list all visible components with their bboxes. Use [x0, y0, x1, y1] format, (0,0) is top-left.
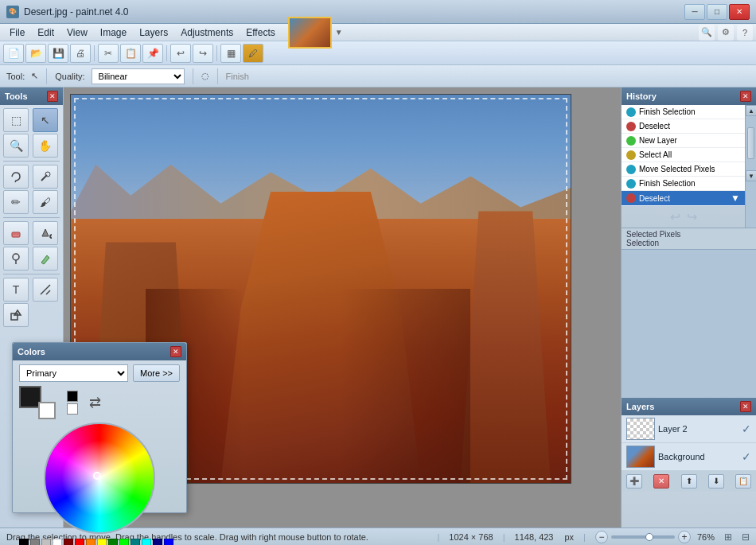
- paintbrush-tool[interactable]: 🖌: [33, 190, 58, 214]
- swap-colors-icon[interactable]: ⇄: [89, 394, 101, 411]
- maximize-button[interactable]: □: [707, 4, 727, 20]
- menu-image[interactable]: Image: [94, 25, 133, 41]
- layer-item-2[interactable]: Layer 2 ✓: [622, 415, 756, 443]
- zoom-out-button[interactable]: −: [595, 531, 608, 543]
- actual-size-icon[interactable]: ⊟: [742, 531, 750, 543]
- menu-adjustments[interactable]: Adjustments: [174, 25, 240, 41]
- image-thumbnail[interactable]: [288, 17, 332, 49]
- history-panel-close[interactable]: ✕: [740, 91, 751, 102]
- history-item-label: Deselect: [639, 194, 670, 203]
- menu-effects[interactable]: Effects: [240, 25, 281, 41]
- line-tool[interactable]: [33, 278, 58, 302]
- zoom-tool[interactable]: 🔍: [3, 134, 29, 158]
- palette-darkred[interactable]: [64, 539, 73, 545]
- palette-teal[interactable]: [131, 539, 140, 545]
- quality-select[interactable]: Bilinear Bicubic Nearest Neighbor: [92, 68, 185, 84]
- palette-orange[interactable]: [86, 539, 95, 545]
- layers-panel-close[interactable]: ✕: [740, 401, 751, 412]
- scroll-up-arrow[interactable]: ▲: [746, 105, 756, 116]
- layer-2-visibility[interactable]: ✓: [742, 422, 751, 435]
- history-item-new-layer[interactable]: New Layer: [622, 134, 745, 148]
- history-item-finish-selection[interactable]: Finish Selection: [622, 105, 745, 119]
- secondary-color-swatch[interactable]: [38, 402, 56, 419]
- history-scrollbar[interactable]: ▲ ▼: [745, 105, 756, 228]
- lasso-tool[interactable]: [3, 165, 29, 189]
- pencil-tool[interactable]: ✏: [3, 190, 29, 214]
- scrollbar-thumb[interactable]: [747, 127, 754, 159]
- settings-icon[interactable]: ⚙: [718, 25, 734, 41]
- print-button[interactable]: 🖨: [70, 44, 91, 63]
- history-scroll-area[interactable]: Finish Selection Deselect New Layer: [622, 105, 745, 206]
- new-file-button[interactable]: 📄: [3, 44, 24, 63]
- open-file-button[interactable]: 📂: [25, 44, 46, 63]
- swatch-mini-secondary[interactable]: [67, 403, 78, 415]
- palette-silver[interactable]: [41, 539, 51, 545]
- redo-button[interactable]: ↪: [193, 44, 213, 63]
- paintbucket-button[interactable]: 🖊: [243, 44, 263, 63]
- paste-button[interactable]: 📌: [142, 44, 163, 63]
- delete-layer-button[interactable]: ✕: [653, 474, 669, 489]
- history-item-move-selected[interactable]: Move Selected Pixels: [622, 162, 745, 177]
- search-icon[interactable]: 🔍: [699, 25, 715, 41]
- save-file-button[interactable]: 💾: [48, 44, 68, 63]
- menu-layers[interactable]: Layers: [133, 25, 174, 41]
- text-tool[interactable]: T: [3, 278, 29, 302]
- history-item-deselect-2[interactable]: Deselect ▼: [622, 191, 745, 206]
- zoom-slider-thumb[interactable]: [645, 533, 653, 541]
- palette-blue[interactable]: [164, 539, 173, 545]
- quality-dropdown[interactable]: Bilinear Bicubic Nearest Neighbor: [92, 68, 185, 84]
- cut-button[interactable]: ✂: [98, 44, 119, 63]
- help-icon[interactable]: ?: [737, 25, 753, 41]
- undo-button[interactable]: ↩: [170, 44, 191, 63]
- move-layer-up-button[interactable]: ⬆: [681, 474, 697, 489]
- eraser-tool[interactable]: [3, 221, 29, 245]
- duplicate-layer-button[interactable]: 📋: [735, 474, 751, 489]
- clone-stamp-tool[interactable]: [3, 247, 29, 271]
- thumbnail-arrow[interactable]: ▼: [335, 28, 343, 37]
- move-selected-tool[interactable]: ↖: [33, 108, 58, 132]
- close-button[interactable]: ✕: [729, 4, 750, 20]
- swatch-mini-primary[interactable]: [67, 391, 78, 402]
- palette-white[interactable]: [53, 539, 62, 545]
- history-item-finish-selection-2[interactable]: Finish Selection: [622, 177, 745, 191]
- history-item-deselect-1[interactable]: Deselect: [622, 119, 745, 134]
- zoom-slider[interactable]: [611, 535, 675, 539]
- history-redo-arrow[interactable]: ↪: [687, 209, 697, 224]
- palette-navy[interactable]: [153, 539, 162, 545]
- menu-edit[interactable]: Edit: [31, 25, 60, 41]
- palette-yellow[interactable]: [97, 539, 107, 545]
- scroll-down-arrow[interactable]: ▼: [746, 170, 756, 181]
- minimize-button[interactable]: ─: [684, 4, 705, 20]
- layer-item-background[interactable]: Background ✓: [622, 443, 756, 471]
- fit-window-icon[interactable]: ⊞: [724, 531, 732, 543]
- palette-darkgreen[interactable]: [108, 539, 118, 545]
- grid-button[interactable]: ▦: [220, 44, 241, 63]
- tools-panel-close[interactable]: ✕: [47, 91, 58, 102]
- menu-view[interactable]: View: [60, 25, 94, 41]
- add-layer-button[interactable]: ➕: [626, 474, 642, 489]
- zoom-in-button[interactable]: +: [678, 531, 691, 543]
- recolor-tool[interactable]: [33, 247, 58, 271]
- shapes-tool[interactable]: [3, 303, 29, 327]
- palette-cyan[interactable]: [142, 539, 151, 545]
- palette-gray[interactable]: [30, 539, 40, 545]
- more-colors-button[interactable]: More >>: [133, 364, 180, 382]
- palette-black[interactable]: [19, 539, 29, 545]
- palette-green[interactable]: [119, 539, 129, 545]
- history-undo-arrow[interactable]: ↩: [670, 209, 680, 224]
- palette-red[interactable]: [75, 539, 84, 545]
- pan-tool[interactable]: ✋: [33, 134, 58, 158]
- magic-wand-tool[interactable]: [33, 165, 58, 189]
- layer-background-visibility[interactable]: ✓: [742, 450, 751, 463]
- svg-line-6: [41, 285, 50, 294]
- colors-panel-close[interactable]: ✕: [170, 346, 181, 357]
- tool-options-sep-2: [193, 68, 193, 84]
- move-layer-down-button[interactable]: ⬇: [708, 474, 724, 489]
- copy-button[interactable]: 📋: [120, 44, 141, 63]
- fill-tool[interactable]: [33, 221, 58, 245]
- color-wheel[interactable]: [44, 422, 155, 534]
- rectangle-select-tool[interactable]: ⬚: [3, 108, 29, 132]
- color-mode-select[interactable]: Primary Secondary: [19, 364, 128, 382]
- history-item-select-all[interactable]: Select All: [622, 148, 745, 162]
- menu-file[interactable]: File: [3, 25, 31, 41]
